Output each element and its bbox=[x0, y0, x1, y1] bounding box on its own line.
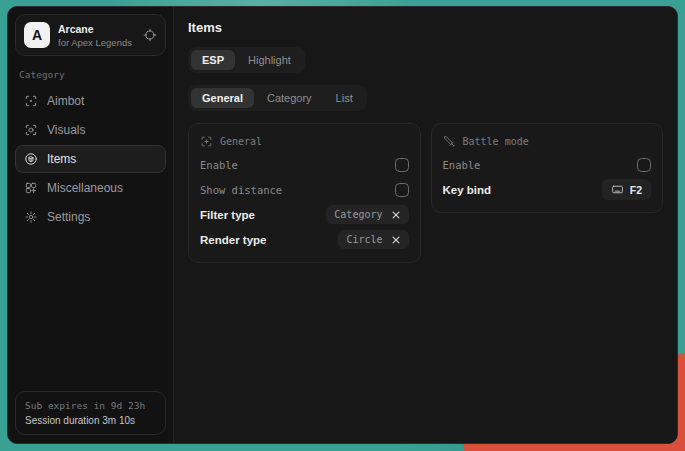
setting-label: Filter type bbox=[200, 209, 255, 221]
main-content: Items ESPHighlight GeneralCategoryList G… bbox=[174, 7, 677, 443]
viewfinder-icon bbox=[200, 135, 213, 148]
app-logo: A bbox=[24, 22, 50, 48]
session-duration-text: Session duration 3m 10s bbox=[25, 415, 156, 426]
sidebar-item-visuals[interactable]: Visuals bbox=[15, 116, 166, 144]
tab-general[interactable]: General bbox=[191, 88, 254, 108]
sidebar-item-label: Items bbox=[47, 152, 76, 166]
brand-card: A Arcane for Apex Legends bbox=[15, 14, 166, 56]
sidebar-item-label: Visuals bbox=[47, 123, 85, 137]
checkbox[interactable] bbox=[395, 158, 409, 172]
keyboard-icon bbox=[611, 183, 624, 196]
setting-label: Enable bbox=[443, 159, 481, 171]
select-chip[interactable]: Circle bbox=[338, 230, 408, 249]
select-value: Category bbox=[334, 209, 382, 220]
app-window: A Arcane for Apex Legends Category Aimbo… bbox=[7, 6, 678, 444]
sidebar-item-items[interactable]: Items bbox=[15, 145, 166, 173]
sub-expiry-text: Sub expires in 9d 23h bbox=[25, 400, 156, 411]
sword-icon bbox=[443, 135, 456, 148]
grid-icon bbox=[24, 181, 38, 195]
close-icon[interactable] bbox=[391, 210, 401, 220]
setting-row: Show distance bbox=[200, 177, 409, 202]
panel-header: General bbox=[200, 133, 409, 152]
setting-label: Enable bbox=[200, 159, 238, 171]
sidebar-item-label: Settings bbox=[47, 210, 90, 224]
sidebar-item-miscellaneous[interactable]: Miscellaneous bbox=[15, 174, 166, 202]
panels-container: GeneralEnableShow distanceFilter typeCat… bbox=[188, 123, 663, 263]
close-icon[interactable] bbox=[391, 235, 401, 245]
sidebar-section-label: Category bbox=[19, 69, 162, 80]
setting-row: Render typeCircle bbox=[200, 227, 409, 252]
select-value: Circle bbox=[346, 234, 382, 245]
page-title: Items bbox=[188, 20, 663, 35]
brand-name: Arcane bbox=[58, 23, 135, 35]
sidebar-item-settings[interactable]: Settings bbox=[15, 203, 166, 231]
panel-battle-mode: Battle modeEnableKey bindF2 bbox=[431, 123, 664, 213]
panel-general: GeneralEnableShow distanceFilter typeCat… bbox=[188, 123, 421, 263]
panel-title: Battle mode bbox=[463, 136, 529, 147]
setting-label: Show distance bbox=[200, 184, 282, 196]
eye-icon bbox=[24, 123, 38, 137]
tab-esp[interactable]: ESP bbox=[191, 50, 235, 70]
setting-label: Key bind bbox=[443, 184, 492, 196]
mode-tab-group: ESPHighlight bbox=[188, 47, 305, 73]
gear-icon bbox=[24, 210, 38, 224]
sidebar-nav: AimbotVisualsItemsMiscellaneousSettings bbox=[15, 87, 166, 231]
checkbox[interactable] bbox=[395, 183, 409, 197]
brand-text: Arcane for Apex Legends bbox=[58, 23, 135, 48]
panel-header: Battle mode bbox=[443, 133, 652, 152]
aim-icon bbox=[24, 94, 38, 108]
tab-highlight[interactable]: Highlight bbox=[237, 50, 302, 70]
setting-row: Enable bbox=[200, 152, 409, 177]
sidebar-item-aimbot[interactable]: Aimbot bbox=[15, 87, 166, 115]
setting-row: Enable bbox=[443, 152, 652, 177]
sidebar-item-label: Aimbot bbox=[47, 94, 84, 108]
keybind-value: F2 bbox=[630, 184, 642, 196]
package-icon bbox=[24, 152, 38, 166]
panel-title: General bbox=[220, 136, 262, 147]
tab-category[interactable]: Category bbox=[256, 88, 323, 108]
sidebar-item-label: Miscellaneous bbox=[47, 181, 123, 195]
setting-row: Filter typeCategory bbox=[200, 202, 409, 227]
subscription-card: Sub expires in 9d 23h Session duration 3… bbox=[15, 391, 166, 435]
setting-label: Render type bbox=[200, 234, 266, 246]
tab-list[interactable]: List bbox=[325, 88, 364, 108]
crosshair-icon[interactable] bbox=[143, 28, 157, 42]
sidebar: A Arcane for Apex Legends Category Aimbo… bbox=[8, 7, 174, 443]
keybind-chip[interactable]: F2 bbox=[602, 179, 651, 200]
select-chip[interactable]: Category bbox=[326, 205, 408, 224]
view-tab-group: GeneralCategoryList bbox=[188, 85, 367, 111]
setting-row: Key bindF2 bbox=[443, 177, 652, 202]
brand-subtitle: for Apex Legends bbox=[58, 37, 135, 48]
checkbox[interactable] bbox=[637, 158, 651, 172]
